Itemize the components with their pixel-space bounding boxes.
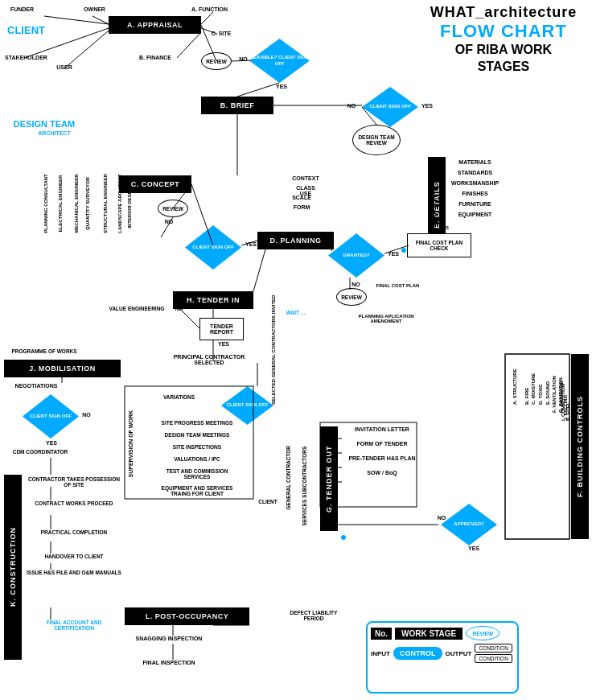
no-granted: NO (350, 282, 362, 287)
final-cost-check-box: FINAL COST PLAN CHECK (407, 233, 471, 257)
snagging: SNAGGING INSPECTION (125, 636, 213, 641)
no-cso1: NO (344, 103, 359, 109)
final-cost-plan: FINAL COST PLAN (372, 283, 424, 288)
wait-label: WAIT ... (282, 310, 310, 315)
valuations: VALUATIONS / IPC (153, 456, 241, 462)
legend-output: OUTPUT (446, 650, 472, 657)
yes-approved: YES (467, 546, 481, 551)
title-what: WHAT_architecture (423, 4, 584, 21)
dot-1 (401, 248, 406, 253)
feasible-diamond: FEASIBLE? CLIENT SIGN OFF (249, 39, 310, 83)
granted-diamond: GRANTED? (328, 233, 384, 278)
legend-box: No. WORK STAGE REVIEW INPUT CONTROL OUTP… (366, 621, 519, 694)
tender-out-box: G. TENDER OUT (320, 426, 338, 531)
invitation-letter: INVITATION LETTER (342, 426, 422, 432)
final-account: FINAL ACCOUNT AND CERTIFICATION (26, 620, 122, 631)
no-ve: NO (173, 306, 185, 311)
yes-feasible: YES (273, 84, 290, 89)
quantity-surveyor: QUANTITY SURVEYOR (85, 177, 90, 230)
post-occupancy-box: L. POST-OCCUPANCY (125, 607, 249, 625)
dt-meetings: DESIGN TEAM MEETINGS (153, 432, 241, 438)
no-cso3: NO (80, 412, 92, 418)
yes-tr: YES (216, 341, 232, 347)
funder-label: FUNDER (4, 6, 40, 12)
supervision-label: SUPERVISION OF WORK (128, 410, 134, 478)
structural-engineer: STRUCTURAL ENGINEER (103, 174, 108, 233)
mechanical-engineer: MECHANICAL ENGINEER (74, 174, 79, 233)
site-inspections: SITE INSPECTIONS (153, 444, 241, 450)
variations: VARIATIONS (153, 394, 205, 400)
flowchart: WHAT_architecture FLOW CHART OF RIBA WOR… (0, 0, 592, 700)
bc-structure: A. STRUCTURE (512, 369, 517, 405)
user-label: USER (52, 64, 76, 70)
building-controls-box: F. BUILDING CONTROLS (571, 354, 589, 539)
form-label: FORM (290, 204, 314, 210)
cdm-coordinator: CDM COORDINTATOR (4, 449, 76, 455)
svg-line-6 (177, 32, 201, 58)
legend-input: INPUT (371, 650, 390, 657)
handover-client: HANDOVER TO CLIENT (26, 554, 122, 559)
client-box: CLIENT (4, 24, 48, 36)
finance-label: B. FINANCE (135, 55, 175, 60)
client-label-construction: CLIENT (256, 499, 280, 504)
bc-sound: E. SOUND (545, 381, 550, 405)
bc-fuel: K. FUEL (565, 402, 570, 421)
legend-review: REVIEW (466, 626, 500, 640)
review-oval-concept: REVIEW (158, 200, 188, 217)
furniture-label: FURNITURE (449, 201, 501, 207)
svg-line-3 (64, 31, 109, 68)
owner-label: OWNER (76, 6, 113, 12)
design-team-review-oval: DESIGN TEAM REVIEW (352, 125, 401, 155)
bc-toxic: D. TOXIC (538, 384, 543, 405)
architect-label: ARCHITECT (32, 130, 76, 136)
finishes-label: FINISHES (449, 191, 501, 196)
general-contractor-label: GENERAL CONTRACTOR (286, 446, 291, 510)
legend-condition-1: CONDITION (475, 644, 512, 653)
materials-label: MATERIALS (449, 159, 501, 165)
client-signoff-diamond-4: CLIENT SIGN OFF (221, 386, 273, 425)
test-commission: TEST AND COMMISSION SERVICES (153, 468, 241, 480)
mobilisation-box: J. MOBILISATION (4, 360, 121, 377)
contract-works: CONTRACT WORKS PROCEED (26, 500, 122, 506)
planning-box: D. PLANNING (257, 232, 334, 249)
legend-work-stage: WORK STAGE (395, 628, 462, 640)
legend-control: CONTROL (393, 647, 442, 660)
scale-label: SCALE (290, 195, 314, 200)
sow-boq: SOW / BoQ (342, 470, 422, 476)
equipment-label: EQUIPMENT (449, 212, 501, 217)
equip-training: EQUIPMENT AND SERVICES TRAING FOR CLIENT (153, 485, 241, 496)
dot-2 (341, 535, 346, 540)
legend-no: No. (371, 628, 392, 640)
form-of-tender: FORM OF TENDER (342, 441, 422, 447)
svg-line-1 (92, 16, 109, 24)
bc-fire: B. FIRE (524, 388, 529, 405)
design-team-label: DESIGN TEAM (4, 119, 84, 129)
services-subcontractors-label: SERVICES SUBCONTRACTORS (302, 447, 307, 526)
final-inspection: FINAL INSPECTION (125, 660, 213, 665)
approved-diamond: APPROVED? (441, 504, 497, 546)
no-approved: NO (434, 515, 449, 521)
svg-lines (0, 0, 592, 700)
standards-label: STANDARDS (449, 170, 501, 175)
site-label: C. SITE (205, 31, 237, 36)
pre-tender-hs: PRE-TENDER H&S PLAN (342, 455, 422, 461)
no-feasible: NO (237, 56, 249, 62)
tender-in-box: H. TENDER IN (173, 291, 253, 309)
legend-condition-2: CONDITION (475, 654, 512, 663)
svg-line-0 (44, 16, 109, 24)
construction-box: K. CONSTRUCTION (4, 475, 22, 660)
appraisal-box: A. APPRAISAL (109, 16, 201, 34)
defect-liability: DEFECT LIABILITY PERIOD (286, 610, 342, 621)
yes-fcp: YES (436, 225, 452, 230)
planning-consultant: PLANNING CONSULTANT (43, 174, 48, 233)
brief-box: B. BRIEF (201, 97, 273, 114)
planning-app-amendment: PLANNING APLICATION AMENDMENT (346, 314, 426, 323)
yes-granted: YES (386, 251, 401, 257)
programme-works: PROGRAMME OF WORKS (4, 348, 84, 354)
selected-general-label: SELECTED GENERAL CONTRACTORS INVITED (271, 295, 276, 405)
issue-hs-file: ISSUE H&S FILE AND O&M MANUALS (26, 570, 122, 575)
yes-cso3: YES (44, 440, 59, 446)
yes-cso2: YES (244, 241, 258, 247)
electrical-engineer: ELECTRICAL ENGINEER (58, 175, 63, 233)
negotiations: NEGOTIATIONS (4, 383, 68, 389)
